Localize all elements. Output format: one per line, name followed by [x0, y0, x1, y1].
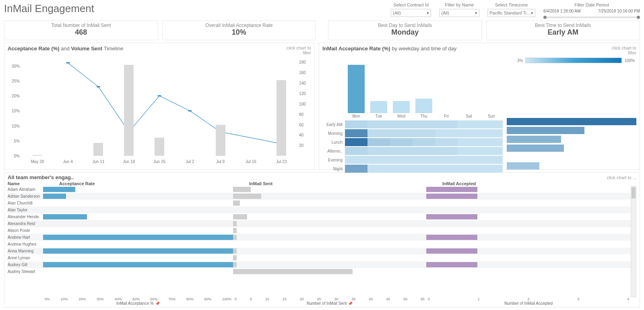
- scrollbar-thumb[interactable]: [632, 187, 636, 198]
- table-row[interactable]: Andrew Hart: [8, 234, 631, 241]
- timeline-chart[interactable]: 0%5%10%15%20%25%30% 20406080100120140160…: [8, 57, 311, 165]
- filter-date-from: 6/4/2018 1:28:00 AM: [543, 9, 580, 13]
- kpi-best-day: Best Day to Send InMails Monday: [328, 21, 482, 40]
- filters-bar: Select Contract Id (All) ▾ Filter by Nam…: [391, 2, 640, 18]
- table-row[interactable]: Alison Poole: [8, 227, 631, 234]
- kpi-best-time: Best Time to Send InMails Early AM: [486, 21, 640, 40]
- legend-min: 3%: [517, 58, 523, 63]
- kpi-day-label: Best Day to Send InMails: [332, 23, 479, 28]
- filter-timezone-label: Select Timezone: [487, 2, 535, 7]
- pin-icon: 📌: [348, 302, 353, 306]
- filter-timezone-value: Pacific Standard Ti…: [489, 10, 531, 15]
- kpi-time-value: Early AM: [490, 28, 637, 37]
- col-header-sent: InMail Sent: [233, 181, 426, 186]
- filter-date-to: 7/25/2018 10:16:00 PM: [598, 9, 640, 13]
- kpi-day-value: Monday: [332, 28, 479, 37]
- kpi-total-sent: Total Number of InMail Sent 468: [4, 21, 158, 40]
- filter-timezone-select[interactable]: Pacific Standard Ti… ▾: [487, 9, 535, 17]
- team-title: All team member's engag..: [8, 174, 74, 180]
- filter-contract-label: Select Contract Id: [391, 2, 431, 7]
- table-row[interactable]: Adrian Sanderson: [8, 193, 631, 200]
- kpi-rate-value: 10%: [166, 28, 313, 37]
- timeline-panel[interactable]: Acceptance Rate (%) and Volume Sent Time…: [4, 43, 315, 170]
- kpi-time-label: Best Time to Send InMails: [490, 23, 637, 28]
- scrollbar[interactable]: [631, 186, 636, 297]
- axis-title-accepted: Number of InMail Accepted: [426, 301, 631, 306]
- team-table[interactable]: Adam AbrahamAdrian SandersonAlan Churchi…: [8, 186, 631, 297]
- table-row[interactable]: Audrey Gill: [8, 261, 631, 268]
- page-title: InMail Engagement: [4, 2, 94, 15]
- chevron-down-icon: ▾: [475, 10, 477, 16]
- time-of-day-bar-chart[interactable]: [507, 117, 636, 170]
- heatmap-grid[interactable]: Early AMMorningLunchAfterno..EveningNigh…: [322, 120, 503, 173]
- svg-point-4: [188, 110, 192, 112]
- table-row[interactable]: Andrew Hughes: [8, 241, 631, 248]
- table-row[interactable]: Adam Abraham: [8, 186, 631, 193]
- col-header-accepted: InMail Accepted: [426, 181, 636, 186]
- date-range-slider[interactable]: [543, 17, 640, 18]
- filter-name-label: Filter by Name: [439, 2, 479, 7]
- timeline-hint: click chart to filter: [287, 45, 311, 55]
- axis-title-acceptance: InMail Acceptance %📌: [43, 301, 233, 306]
- kpi-total-sent-value: 468: [8, 28, 155, 37]
- filter-contract-value: (All): [393, 10, 401, 15]
- filter-date-label: Filter Date Period: [543, 2, 640, 7]
- svg-point-3: [157, 95, 161, 96]
- team-panel: All team member's engag.. click chart to…: [4, 172, 640, 308]
- table-row[interactable]: Alexandra Reid: [8, 220, 631, 227]
- timeline-title: Acceptance Rate (%) and Volume Sent Time…: [8, 45, 123, 52]
- col-header-acceptance: Acceptance Rate: [43, 181, 233, 186]
- col-header-name: Name: [8, 181, 43, 186]
- filter-contract-select[interactable]: (All) ▾: [391, 9, 431, 17]
- kpi-rate-label: Overall InMail Acceptance Rate: [166, 23, 313, 28]
- legend-gradient: [525, 58, 622, 63]
- weekday-bar-chart[interactable]: [345, 65, 503, 113]
- chevron-down-icon: ▾: [531, 10, 533, 16]
- legend-max: 100%: [624, 58, 635, 63]
- heatmap-panel[interactable]: InMail Acceptance Rate (%) by weekday an…: [319, 43, 640, 170]
- filter-name-value: (All): [441, 10, 449, 15]
- table-row[interactable]: Audrey Stewart: [8, 268, 631, 275]
- heatmap-title: InMail Acceptance Rate (%) by weekday an…: [322, 45, 456, 52]
- heatmap-hint: click chart to filter: [612, 45, 636, 55]
- table-row[interactable]: Anne Lyman: [8, 254, 631, 261]
- table-row[interactable]: Alan Taylor: [8, 207, 631, 213]
- axis-title-sent: Number of InMail Sent📌: [233, 301, 426, 306]
- kpi-total-sent-label: Total Number of InMail Sent: [8, 23, 155, 28]
- table-row[interactable]: Anna Manning: [8, 248, 631, 254]
- chevron-down-icon: ▾: [427, 10, 429, 16]
- svg-point-1: [97, 86, 101, 87]
- team-hint: click chart to ...: [607, 175, 636, 180]
- pin-icon: 📌: [155, 302, 160, 306]
- filter-name-select[interactable]: (All) ▾: [439, 9, 479, 17]
- table-row[interactable]: Alexander Hende.: [8, 213, 631, 220]
- table-row[interactable]: Alan Churchill: [8, 200, 631, 207]
- svg-point-0: [66, 62, 70, 63]
- kpi-acceptance-rate: Overall InMail Acceptance Rate 10%: [162, 21, 316, 40]
